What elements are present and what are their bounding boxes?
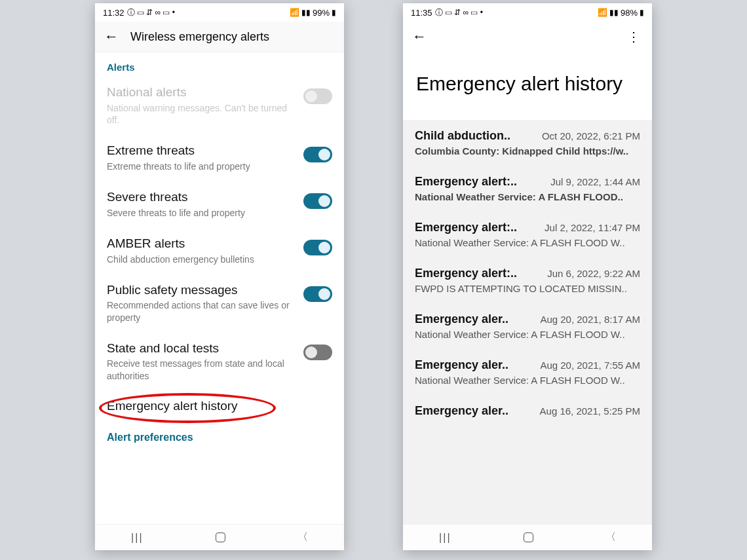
history-date: Aug 20, 2021, 8:17 AM — [540, 314, 640, 325]
history-body: National Weather Service: A FLASH FLOOD … — [415, 329, 640, 340]
setting-subtitle: Child abduction emergency bulletins — [107, 253, 296, 265]
setting-title: Extreme threats — [107, 143, 296, 159]
nav-back-icon[interactable]: 〈 — [297, 531, 308, 544]
setting-title: Public safety messages — [107, 282, 296, 299]
nav-bar: ||| 〈 — [403, 524, 652, 550]
wifi-icon: 📶 — [290, 8, 299, 17]
history-title: Emergency alert:.. — [415, 267, 517, 280]
history-body: FWPD IS ATTEMPTING TO LOCATED MISSIN.. — [415, 283, 640, 294]
history-item[interactable]: Emergency alert:.. Jul 9, 2022, 1:44 AM … — [403, 166, 652, 212]
app-bar: ← Wireless emergency alerts — [95, 22, 344, 52]
history-body: Columbia County: Kidnapped Child https:/… — [415, 145, 640, 157]
setting-title: National alerts — [107, 84, 296, 101]
page-title: Emergency alert history — [403, 52, 652, 120]
setting-subtitle: Recommended actions that can save lives … — [107, 299, 296, 323]
history-title: Child abduction.. — [415, 129, 510, 143]
status-time: 11:35 — [411, 8, 432, 18]
nav-back-icon[interactable]: 〈 — [605, 531, 616, 544]
history-date: Oct 20, 2022, 6:21 PM — [542, 130, 640, 141]
signal-icon: ▮▮ — [301, 8, 311, 17]
history-date: Jun 6, 2022, 9:22 AM — [547, 268, 640, 279]
history-item[interactable]: Emergency alert:.. Jun 6, 2022, 9:22 AM … — [403, 257, 652, 303]
toggle-amber[interactable] — [303, 240, 332, 255]
toggle-national — [303, 88, 332, 104]
status-icons-left: ⓘ ▭ ⇵ ∞ ▭ • — [435, 7, 483, 18]
setting-national-alerts: National alerts National warning message… — [95, 77, 344, 135]
setting-state-local-tests[interactable]: State and local tests Receive test messa… — [95, 333, 344, 391]
section-header-alerts: Alerts — [95, 52, 344, 77]
nav-home-icon[interactable] — [216, 532, 225, 542]
wifi-icon: 📶 — [598, 8, 607, 17]
setting-extreme-threats[interactable]: Extreme threats Extreme threats to life … — [95, 135, 344, 181]
back-icon[interactable]: ← — [412, 28, 427, 45]
history-list[interactable]: Child abduction.. Oct 20, 2022, 6:21 PM … — [403, 120, 652, 525]
setting-subtitle: National warning messages. Can't be turn… — [107, 102, 296, 126]
history-body: National Weather Service: A FLASH FLOOD … — [415, 237, 640, 248]
history-body: National Weather Service: A FLASH FLOOD.… — [415, 191, 640, 202]
status-icons-left: ⓘ ▭ ⇵ ∞ ▭ • — [127, 7, 175, 18]
status-bar: 11:35 ⓘ ▭ ⇵ ∞ ▭ • 📶 ▮▮ 98% ▮ — [403, 3, 652, 22]
phone-history: 11:35 ⓘ ▭ ⇵ ∞ ▭ • 📶 ▮▮ 98% ▮ ← ⋮ Emergen… — [403, 3, 652, 550]
history-date: Aug 16, 2021, 5:25 PM — [540, 405, 640, 417]
link-label: Emergency alert history — [107, 399, 238, 413]
history-body: National Weather Service: A FLASH FLOOD … — [415, 375, 640, 386]
nav-recents-icon[interactable]: ||| — [439, 532, 451, 544]
page-title: Wireless emergency alerts — [130, 30, 269, 44]
nav-bar: ||| 〈 — [95, 524, 344, 550]
signal-icon: ▮▮ — [609, 8, 619, 17]
history-title: Emergency alert:.. — [415, 221, 517, 234]
battery-icon: ▮ — [640, 8, 644, 17]
battery-text: 98% — [621, 8, 638, 18]
nav-home-icon[interactable] — [524, 532, 533, 542]
setting-severe-threats[interactable]: Severe threats Severe threats to life an… — [95, 181, 344, 228]
setting-subtitle: Severe threats to life and property — [107, 207, 296, 219]
phone-settings: 11:32 ⓘ ▭ ⇵ ∞ ▭ • 📶 ▮▮ 99% ▮ ← Wireless … — [95, 3, 344, 550]
setting-title: Severe threats — [107, 189, 296, 206]
toggle-extreme[interactable] — [303, 147, 332, 162]
history-item[interactable]: Emergency aler.. Aug 20, 2021, 7:55 AM N… — [403, 349, 652, 395]
history-title: Emergency alert:.. — [415, 175, 517, 189]
setting-subtitle: Extreme threats to life and property — [107, 160, 296, 172]
history-title: Emergency aler.. — [415, 312, 508, 326]
more-icon[interactable]: ⋮ — [624, 29, 643, 45]
setting-public-safety[interactable]: Public safety messages Recommended actio… — [95, 274, 344, 333]
back-icon[interactable]: ← — [104, 28, 119, 45]
history-title: Emergency aler.. — [415, 358, 508, 372]
history-item[interactable]: Emergency aler.. Aug 16, 2021, 5:25 PM — [403, 395, 652, 430]
history-date: Aug 20, 2021, 7:55 AM — [540, 360, 640, 371]
toggle-state-local[interactable] — [303, 345, 332, 360]
alert-preferences-link[interactable]: Alert preferences — [95, 421, 344, 454]
history-date: Jul 9, 2022, 1:44 AM — [550, 176, 640, 187]
settings-list: Alerts National alerts National warning … — [95, 52, 344, 524]
history-item[interactable]: Emergency aler.. Aug 20, 2021, 8:17 AM N… — [403, 303, 652, 349]
emergency-alert-history-link[interactable]: Emergency alert history — [95, 391, 344, 421]
history-item[interactable]: Emergency alert:.. Jul 2, 2022, 11:47 PM… — [403, 212, 652, 257]
battery-icon: ▮ — [332, 8, 336, 17]
toggle-public-safety[interactable] — [303, 286, 332, 302]
history-date: Jul 2, 2022, 11:47 PM — [545, 222, 640, 233]
setting-subtitle: Receive test messages from state and loc… — [107, 358, 296, 381]
app-bar: ← ⋮ — [403, 22, 652, 52]
toggle-severe[interactable] — [303, 193, 332, 209]
setting-amber-alerts[interactable]: AMBER alerts Child abduction emergency b… — [95, 228, 344, 274]
history-title: Emergency aler.. — [415, 404, 508, 418]
nav-recents-icon[interactable]: ||| — [131, 532, 143, 544]
status-bar: 11:32 ⓘ ▭ ⇵ ∞ ▭ • 📶 ▮▮ 99% ▮ — [95, 3, 344, 22]
setting-title: AMBER alerts — [107, 236, 296, 252]
history-item[interactable]: Child abduction.. Oct 20, 2022, 6:21 PM … — [403, 120, 652, 166]
setting-title: State and local tests — [107, 341, 296, 357]
battery-text: 99% — [313, 8, 330, 18]
status-time: 11:32 — [103, 8, 125, 18]
